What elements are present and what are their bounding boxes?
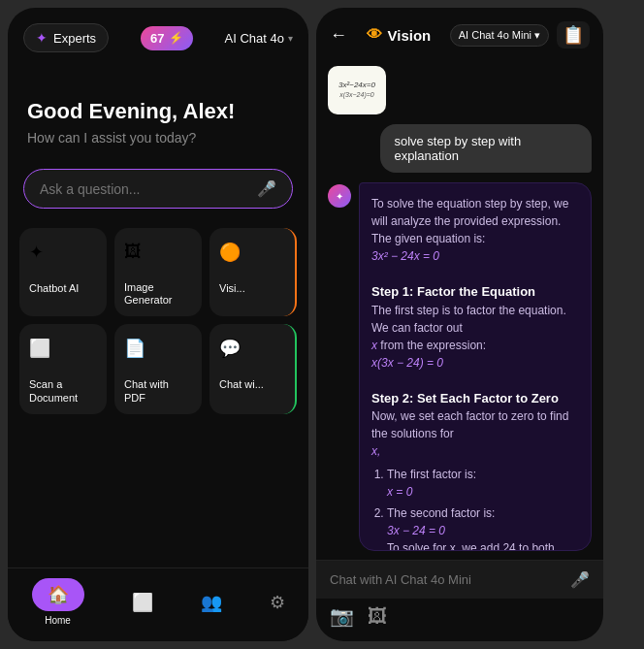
- mini-model-name: AI Chat 4o Mini: [459, 29, 531, 41]
- eye-icon: 👁: [367, 26, 382, 44]
- search-input[interactable]: [40, 181, 249, 197]
- nav-people[interactable]: 👥: [201, 592, 222, 613]
- image-gen-label: Image Generator: [124, 281, 192, 307]
- back-button[interactable]: ←: [330, 25, 347, 46]
- chat-badge[interactable]: 67 ⚡: [141, 26, 192, 50]
- feature-grid: ✦ Chatbot AI 🖼 Image Generator 🟠 Visi...…: [8, 228, 308, 414]
- user-message-text: solve step by step with explanation: [394, 134, 521, 163]
- nav-settings[interactable]: ⚙: [270, 592, 285, 613]
- mini-chevron-icon: ▾: [534, 29, 540, 42]
- chat-mic-icon[interactable]: 🎤: [570, 570, 590, 589]
- bottom-navigation: 🏠 Home ⬜ 👥 ⚙: [8, 568, 308, 641]
- chatbot-ai-item[interactable]: ✦ Chatbot AI: [19, 228, 107, 316]
- math-image-text: 3x²−24x=0x(3x−24)=0: [338, 81, 375, 101]
- pdf-export-button[interactable]: 📋: [557, 21, 590, 49]
- step2-title: Step 2: Set Each Factor to Zero: [371, 391, 559, 406]
- solution-item-2: The second factor is: 3x − 24 = 0 To sol…: [387, 504, 579, 551]
- chat-grid-icon: 💬: [219, 338, 241, 359]
- home-icon: 🏠: [48, 585, 69, 604]
- right-header-controls: AI Chat 4o Mini ▾ 📋: [450, 21, 590, 49]
- solution-item-1: The first factor is: x = 0: [387, 466, 579, 501]
- vision-title-text: Vision: [388, 27, 432, 44]
- ai-avatar: ✦: [328, 184, 351, 208]
- vision-item[interactable]: 🟠 Visi...: [209, 228, 297, 316]
- experts-button[interactable]: ✦ Experts: [23, 23, 109, 52]
- vision-grid-label: Visi...: [219, 282, 245, 295]
- ai-bubble: To solve the equation step by step, we w…: [359, 182, 592, 551]
- scan-label: Scan a Document: [29, 378, 97, 404]
- chat-area: 3x²−24x=0x(3x−24)=0 solve step by step w…: [316, 58, 603, 560]
- step2-var: x,: [371, 444, 380, 458]
- chat-item[interactable]: 💬 Chat wi...: [209, 324, 297, 413]
- step1-var: x: [371, 339, 377, 352]
- model-name: AI Chat 4o: [225, 31, 284, 46]
- chat-bottom-icons: 📷 🖼: [316, 599, 603, 641]
- nav-home[interactable]: 🏠 Home: [32, 578, 84, 626]
- ai-intro: To solve the equation step by step, we w…: [371, 197, 568, 245]
- chat-pdf-item[interactable]: 📄 Chat with PDF: [114, 324, 202, 413]
- nav-home-label: Home: [45, 615, 71, 626]
- camera-icon[interactable]: 📷: [330, 604, 354, 628]
- math-image: 3x²−24x=0x(3x−24)=0: [328, 66, 386, 114]
- solutions-list: The first factor is: x = 0 The second fa…: [371, 466, 579, 551]
- ai-response-container: ✦ To solve the equation step by step, we…: [328, 182, 592, 551]
- scan-document-item[interactable]: ⬜ Scan a Document: [19, 324, 107, 413]
- lightning-icon: ⚡: [169, 31, 183, 45]
- nav-save[interactable]: ⬜: [132, 592, 153, 613]
- step1-eq: x(3x − 24) = 0: [371, 356, 443, 370]
- chat-input-bar[interactable]: 🎤: [316, 560, 603, 599]
- chatbot-icon: ✦: [29, 242, 44, 263]
- user-message: solve step by step with explanation: [380, 124, 592, 173]
- vision-grid-icon: 🟠: [219, 242, 241, 263]
- people-icon: 👥: [201, 592, 222, 613]
- pdf-icon: 📄: [124, 338, 145, 359]
- model-selector[interactable]: AI Chat 4o ▾: [225, 31, 293, 46]
- vision-title: 👁 Vision: [367, 26, 432, 44]
- scan-icon: ⬜: [29, 338, 50, 359]
- greeting-subtitle: How can I assist you today?: [27, 130, 289, 146]
- image-generator-item[interactable]: 🖼 Image Generator: [114, 228, 202, 316]
- mini-model-selector[interactable]: AI Chat 4o Mini ▾: [450, 24, 549, 47]
- image-gen-icon: 🖼: [124, 242, 142, 262]
- step1-text: The first step is to factor the equation…: [371, 304, 566, 335]
- search-bar[interactable]: 🎤: [23, 169, 293, 209]
- chatbot-label: Chatbot AI: [29, 282, 79, 295]
- settings-icon: ⚙: [270, 592, 285, 613]
- step2-text: Now, we set each factor to zero to find …: [371, 409, 568, 440]
- chat-grid-label: Chat wi...: [219, 378, 264, 391]
- left-phone: ✦ Experts 67 ⚡ AI Chat 4o ▾ Good Evening…: [8, 8, 308, 641]
- mic-icon[interactable]: 🎤: [257, 179, 276, 198]
- right-header: ← 👁 Vision AI Chat 4o Mini ▾ 📋: [316, 8, 603, 58]
- star-icon: ✦: [36, 30, 48, 46]
- step1-text2: from the expression:: [380, 339, 486, 352]
- pdf-label: Chat with PDF: [124, 378, 192, 404]
- chevron-down-icon: ▾: [288, 33, 293, 44]
- ai-eq1: 3x² − 24x = 0: [371, 249, 439, 263]
- left-header: ✦ Experts 67 ⚡ AI Chat 4o ▾: [8, 8, 308, 60]
- greeting-title: Good Evening, Alex!: [27, 99, 289, 124]
- experts-label: Experts: [53, 31, 96, 46]
- badge-count: 67: [150, 31, 164, 46]
- right-phone: ← 👁 Vision AI Chat 4o Mini ▾ 📋 3x²−24x=0…: [316, 8, 603, 641]
- save-icon: ⬜: [132, 592, 153, 613]
- step1-title: Step 1: Factor the Equation: [371, 284, 535, 299]
- chat-input[interactable]: [330, 572, 563, 587]
- gallery-icon[interactable]: 🖼: [368, 605, 387, 628]
- greeting-section: Good Evening, Alex! How can I assist you…: [8, 60, 308, 161]
